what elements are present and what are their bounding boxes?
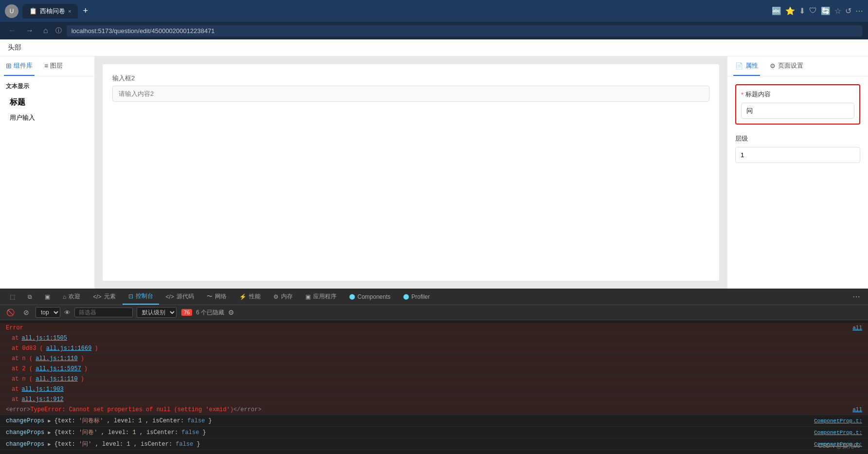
address-input[interactable] bbox=[67, 25, 862, 36]
dt-tab-components-label: Components bbox=[357, 293, 390, 300]
dt-tab-performance-label: 性能 bbox=[249, 292, 261, 301]
console-error-line-6: at all.js:1:903 bbox=[0, 384, 868, 395]
tab-properties[interactable]: 📄 属性 bbox=[733, 56, 760, 76]
error-tag-all-link[interactable]: all bbox=[852, 407, 862, 413]
changeprop-source-2[interactable]: ComponetProp.t: bbox=[814, 430, 862, 436]
browser-chrome: U 📋 西柚问卷 × + 🔤 ⭐ ⬇ 🛡 🔄 ☆ ↺ ⋯ bbox=[0, 0, 868, 22]
level-label: 层级 bbox=[735, 134, 860, 143]
clear-console-button[interactable]: 🚫 bbox=[4, 307, 17, 318]
dt-tab-network[interactable]: 〜 网络 bbox=[201, 289, 232, 304]
app-container: 头部 ⊞ 组件库 ≡ 图层 文本显示 标题 用户输入 bbox=[0, 39, 868, 454]
console-prompt: › bbox=[0, 450, 868, 454]
tab-layers[interactable]: ≡ 图层 bbox=[42, 56, 65, 76]
favorites-icon[interactable]: ☆ bbox=[834, 6, 841, 16]
component-title[interactable]: 标题 bbox=[6, 94, 89, 110]
tab-page-settings[interactable]: ⚙ 页面设置 bbox=[768, 56, 805, 76]
dt-tab-sources[interactable]: </> 源代码 bbox=[160, 289, 200, 304]
new-tab-button[interactable]: + bbox=[80, 6, 91, 16]
browser-action-icons: 🔤 ⭐ ⬇ 🛡 🔄 ☆ ↺ ⋯ bbox=[772, 6, 863, 16]
left-panel-tabs: ⊞ 组件库 ≡ 图层 bbox=[0, 56, 94, 76]
application-icon: ▣ bbox=[305, 293, 311, 300]
welcome-icon: ⌂ bbox=[63, 293, 66, 300]
dt-tab-console[interactable]: ⊡ 控制台 bbox=[123, 289, 159, 305]
dt-tab-elements-label: 元素 bbox=[104, 292, 116, 301]
filter-input[interactable] bbox=[74, 308, 133, 317]
error-all-link[interactable]: all bbox=[852, 325, 862, 331]
download-icon[interactable]: ⬇ bbox=[799, 6, 805, 16]
console-error-line-4: at 2 (all.js:1:5957) bbox=[0, 364, 868, 374]
console-error-line-2: at 0d83 (all.js:1:1669) bbox=[0, 344, 868, 354]
dt-tab-toggle[interactable]: ▣ bbox=[39, 290, 56, 304]
eye-button[interactable]: 👁 bbox=[64, 309, 71, 316]
address-bar: ← → ⌂ ⓘ bbox=[0, 22, 868, 39]
back-button[interactable]: ← bbox=[6, 25, 18, 36]
network-icon: 〜 bbox=[207, 292, 213, 301]
prompt-symbol: › bbox=[6, 452, 9, 454]
console-log-changeprops-1: changeProps ▶ {text: '问卷标' , level: 1 , … bbox=[0, 415, 868, 427]
dt-tab-device[interactable]: ⧉ bbox=[22, 290, 38, 304]
section-title: 文本显示 bbox=[6, 82, 89, 91]
console-error-line-5: at n (all.js:1:110) bbox=[0, 374, 868, 384]
main-area: ⊞ 组件库 ≡ 图层 文本显示 标题 用户输入 输入框2 bbox=[0, 56, 868, 289]
devtools-toolbar: 🚫 ⊘ top 👁 默认级别 76 6 个已隐藏 ⚙ bbox=[0, 305, 868, 320]
dt-tab-profiler[interactable]: ⬤ Profiler bbox=[397, 290, 436, 304]
tab-favicon: 📋 bbox=[29, 7, 37, 15]
console-error-line-3: at n (all.js:1:110) bbox=[0, 354, 868, 364]
dt-tab-inspect[interactable]: ⬚ bbox=[4, 290, 21, 304]
dt-tab-memory[interactable]: ⚙ 内存 bbox=[267, 289, 299, 304]
error-link-110a[interactable]: all.js:1:110 bbox=[35, 355, 77, 362]
dt-tab-application[interactable]: ▣ 应用程序 bbox=[300, 289, 342, 304]
dt-tab-profiler-label: Profiler bbox=[411, 293, 430, 300]
stop-icon[interactable]: ⊘ bbox=[21, 307, 32, 318]
devtools-more-button[interactable]: ⋯ bbox=[849, 289, 864, 305]
dt-tab-network-label: 网络 bbox=[215, 292, 227, 301]
error-label: Error bbox=[6, 325, 23, 331]
history-icon[interactable]: ↺ bbox=[845, 6, 851, 16]
level-input[interactable] bbox=[735, 147, 860, 163]
error-count-badge: 76 bbox=[181, 309, 192, 316]
translate-icon[interactable]: 🔤 bbox=[772, 6, 781, 16]
console-settings-button[interactable]: ⚙ bbox=[228, 309, 234, 316]
active-tab[interactable]: 📋 西柚问卷 × bbox=[22, 4, 78, 18]
dt-tab-welcome[interactable]: ⌂ 欢迎 bbox=[57, 289, 86, 304]
center-canvas: 输入框2 bbox=[95, 56, 727, 289]
required-mark: * bbox=[741, 91, 744, 98]
dt-tab-elements[interactable]: </> 元素 bbox=[87, 289, 121, 304]
bookmark-icon[interactable]: ⭐ bbox=[785, 6, 795, 16]
context-select[interactable]: top bbox=[35, 307, 60, 318]
form-input-2[interactable] bbox=[112, 86, 709, 102]
sync-icon[interactable]: 🔄 bbox=[821, 6, 831, 16]
home-button[interactable]: ⌂ bbox=[41, 25, 51, 36]
error-link-5957[interactable]: all.js:1:5957 bbox=[35, 365, 81, 372]
component-user-input[interactable]: 用户输入 bbox=[6, 110, 89, 125]
level-select[interactable]: 默认级别 bbox=[137, 307, 177, 318]
dt-tab-components[interactable]: ⬤ Components bbox=[343, 290, 396, 304]
properties-icon: 📄 bbox=[735, 62, 743, 70]
error-link-110b[interactable]: all.js:1:110 bbox=[35, 376, 77, 382]
changeprop-source-1[interactable]: ComponetProp.t: bbox=[814, 418, 862, 424]
form-label-2: 输入框2 bbox=[112, 74, 709, 83]
error-link-1505[interactable]: all.js:1:1505 bbox=[21, 335, 67, 342]
tab-title: 西柚问卷 bbox=[40, 7, 65, 16]
app-header: 头部 bbox=[0, 39, 868, 56]
dt-tab-performance[interactable]: ⚡ 性能 bbox=[233, 289, 266, 304]
console-log-changeprops-2: changeProps ▶ {text: '问卷' , level: 1 , i… bbox=[0, 427, 868, 438]
dt-tab-memory-label: 内存 bbox=[281, 292, 293, 301]
tab-components[interactable]: ⊞ 组件库 bbox=[4, 56, 35, 76]
title-content-input[interactable] bbox=[741, 103, 854, 119]
form-group-2: 输入框2 bbox=[112, 74, 709, 102]
react-profiler-icon: ⬤ bbox=[403, 293, 409, 300]
extension-icon[interactable]: 🛡 bbox=[809, 6, 817, 16]
title-content-field-group: * 标题内容 bbox=[735, 84, 860, 125]
performance-icon: ⚡ bbox=[239, 293, 247, 300]
forward-button[interactable]: → bbox=[23, 25, 36, 36]
more-icon[interactable]: ⋯ bbox=[855, 6, 863, 16]
react-components-icon: ⬤ bbox=[349, 293, 355, 300]
error-link-1669[interactable]: all.js:1:1669 bbox=[46, 345, 92, 352]
devtools-panel: ⬚ ⧉ ▣ ⌂ 欢迎 </> 元素 ⊡ 控制台 </> 源代码 〜 网络 bbox=[0, 289, 868, 454]
components-icon: ⊞ bbox=[6, 62, 12, 70]
close-tab-button[interactable]: × bbox=[68, 8, 71, 14]
error-link-912[interactable]: all.js:1:912 bbox=[21, 396, 63, 403]
sources-icon: </> bbox=[166, 293, 174, 300]
error-link-903[interactable]: all.js:1:903 bbox=[21, 386, 63, 393]
